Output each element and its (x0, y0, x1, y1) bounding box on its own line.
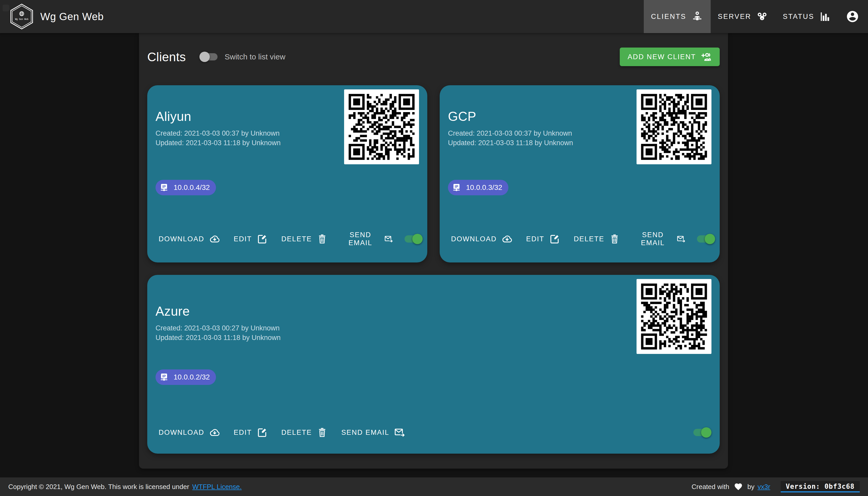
svg-text:IP: IP (455, 184, 458, 189)
vpn-knot-icon (756, 10, 768, 23)
account-plus-icon (701, 51, 712, 63)
bar-chart-icon (819, 10, 831, 23)
svg-text:IP: IP (162, 374, 166, 378)
client-enabled-toggle[interactable] (696, 234, 711, 244)
edit-button[interactable]: EDIT (523, 229, 563, 249)
hexagon-globe-logo: Wg Gen Web (10, 4, 33, 29)
license-link[interactable]: WTFPL License. (192, 483, 242, 491)
list-view-toggle-label: Switch to list view (225, 52, 285, 61)
client-cards-grid: Aliyun Created: 2021-03-03 00:37 by Unkn… (147, 85, 720, 454)
cloud-download-icon (209, 233, 220, 245)
clients-toolbar: Clients Switch to list view ADD NEW CLIE… (147, 46, 720, 67)
send-email-button[interactable]: SEND EMAIL (631, 227, 689, 251)
client-meta: Created: 2021-03-03 00:27 by Unknown Upd… (156, 323, 711, 343)
tab-server[interactable]: SERVER (711, 0, 776, 33)
ip-network-icon: IP (452, 183, 461, 192)
client-qr-code (344, 89, 419, 164)
square-edit-icon (257, 233, 268, 245)
client-enabled-toggle[interactable] (692, 427, 711, 438)
svg-text:Wg Gen Web: Wg Gen Web (15, 18, 28, 20)
client-card: GCP Created: 2021-03-03 00:37 by Unknown… (440, 85, 720, 262)
delete-button[interactable]: DELETE (278, 229, 331, 249)
svg-text:IP: IP (162, 184, 166, 189)
send-email-button[interactable]: SEND EMAIL (338, 423, 408, 442)
email-send-icon (384, 233, 393, 245)
cloud-download-icon (501, 233, 513, 245)
client-name: Azure (156, 304, 711, 319)
client-qr-code (637, 279, 711, 354)
delete-button[interactable]: DELETE (278, 423, 331, 442)
footer-credits: Created with by vx3r Version: 0bf3c68 (692, 481, 860, 492)
email-send-icon (394, 427, 405, 438)
client-ip: 10.0.0.3/32 (466, 183, 502, 192)
nav-tabs: CLIENTS SERVER STATUS (644, 0, 839, 33)
footer-copyright: Copyright © 2021, Wg Gen Web. This work … (8, 483, 242, 491)
tab-status[interactable]: STATUS (776, 0, 839, 33)
client-qr-code (637, 89, 711, 164)
client-actions: DOWNLOAD EDIT DELETE (156, 227, 419, 251)
account-circle-icon (846, 10, 859, 23)
client-created: Created: 2021-03-03 00:27 by Unknown (156, 323, 711, 333)
author-link[interactable]: vx3r (757, 483, 770, 491)
app-title: Wg Gen Web (40, 11, 104, 22)
client-actions: DOWNLOAD EDIT DELETE (448, 227, 711, 251)
client-ip-chip: IP 10.0.0.4/32 (156, 180, 216, 195)
clients-panel: Clients Switch to list view ADD NEW CLIE… (139, 33, 728, 469)
delete-button[interactable]: DELETE (571, 229, 623, 249)
app-bar: Wg Gen Web Wg Gen Web CLIENTS SERVER (0, 0, 868, 33)
cloud-download-icon (209, 427, 220, 438)
square-edit-icon (257, 427, 268, 438)
send-email-button[interactable]: SEND EMAIL (338, 227, 396, 251)
email-send-icon (677, 233, 686, 245)
client-card: Aliyun Created: 2021-03-03 00:37 by Unkn… (147, 85, 427, 262)
client-ip-chip: IP 10.0.0.2/32 (156, 369, 216, 385)
client-ip: 10.0.0.4/32 (174, 183, 210, 192)
client-ip-chip: IP 10.0.0.3/32 (448, 180, 508, 195)
list-view-toggle[interactable] (199, 52, 219, 62)
client-enabled-toggle[interactable] (404, 234, 419, 244)
trash-icon (316, 427, 328, 438)
download-button[interactable]: DOWNLOAD (156, 423, 223, 442)
download-button[interactable]: DOWNLOAD (156, 229, 223, 249)
client-card: Azure Created: 2021-03-03 00:27 by Unkno… (147, 275, 720, 454)
version-badge[interactable]: Version: 0bf3c68 (781, 481, 860, 492)
page-title: Clients (147, 50, 186, 64)
trash-icon (609, 233, 620, 245)
by-text: by (747, 483, 754, 491)
app-footer: Copyright © 2021, Wg Gen Web. This work … (0, 477, 868, 496)
toggle-thumb (199, 52, 210, 62)
copyright-text: Copyright © 2021, Wg Gen Web. This work … (8, 483, 189, 491)
toggle-thumb (705, 234, 715, 244)
download-button[interactable]: DOWNLOAD (448, 229, 516, 249)
toggle-thumb (701, 427, 711, 438)
square-edit-icon (549, 233, 560, 245)
account-network-icon (691, 10, 703, 23)
tab-clients[interactable]: CLIENTS (644, 0, 710, 33)
heart-icon (734, 482, 743, 491)
edit-button[interactable]: EDIT (231, 423, 271, 442)
ip-network-icon: IP (159, 372, 169, 382)
client-ip: 10.0.0.2/32 (174, 373, 210, 381)
account-button[interactable] (839, 0, 868, 33)
trash-icon (316, 233, 328, 245)
created-with-text: Created with (692, 483, 729, 491)
screen-artifact (3, 5, 9, 11)
client-actions: DOWNLOAD EDIT DELETE (156, 423, 711, 442)
add-new-client-button[interactable]: ADD NEW CLIENT (620, 48, 720, 66)
globe-icon (20, 12, 24, 16)
client-updated: Updated: 2021-03-03 11:18 by Unknown (156, 333, 711, 343)
edit-button[interactable]: EDIT (231, 229, 271, 249)
toggle-thumb (412, 234, 423, 244)
ip-network-icon: IP (159, 183, 169, 192)
